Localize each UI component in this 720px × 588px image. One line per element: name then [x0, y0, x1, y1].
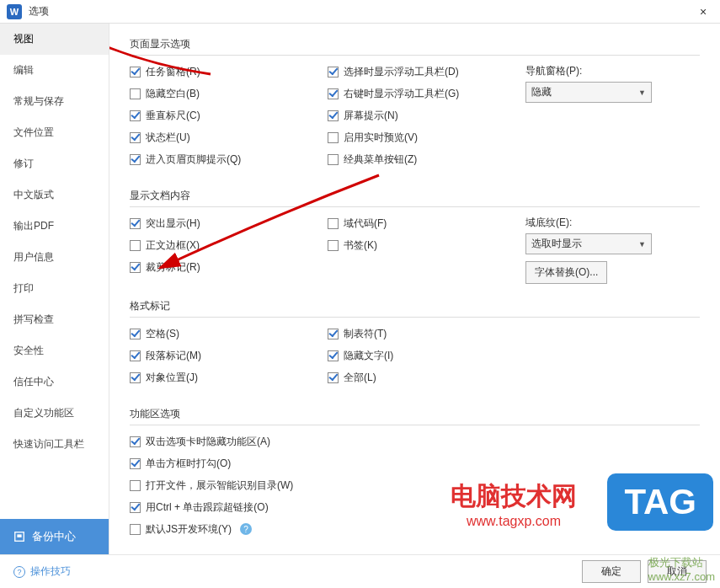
- option-row: 空格(S): [130, 326, 328, 341]
- checkbox[interactable]: [328, 350, 339, 361]
- option-row: 进入页眉页脚提示(Q): [130, 152, 328, 167]
- checkbox-label[interactable]: 正文边框(X): [146, 238, 200, 253]
- checkbox-label[interactable]: 状态栏(U): [146, 131, 190, 145]
- option-row: 单击方框时打勾(O): [130, 456, 700, 471]
- tips-link[interactable]: ? 操作技巧: [13, 564, 71, 579]
- checkbox-label[interactable]: 进入页眉页脚提示(Q): [146, 152, 241, 167]
- checkbox[interactable]: [130, 88, 141, 99]
- checkbox[interactable]: [328, 132, 339, 143]
- option-row: 用Ctrl + 单击跟踪超链接(O): [130, 500, 700, 515]
- checkbox-label[interactable]: 选择时显示浮动工具栏(D): [344, 65, 459, 79]
- checkbox[interactable]: [130, 458, 141, 469]
- sidebar-item[interactable]: 信任中心: [0, 366, 109, 398]
- checkbox-label[interactable]: 启用实时预览(V): [344, 131, 418, 145]
- divider: [130, 206, 700, 207]
- option-row: 启用实时预览(V): [328, 130, 525, 145]
- checkbox-label[interactable]: 垂直标尺(C): [146, 109, 200, 123]
- content-panel: 页面显示选项 任务窗格(R)隐藏空白(B)垂直标尺(C)状态栏(U)进入页眉页脚…: [109, 24, 720, 554]
- checkbox-label[interactable]: 域代码(F): [344, 216, 387, 231]
- checkbox[interactable]: [130, 329, 141, 339]
- checkbox[interactable]: [130, 132, 141, 143]
- checkbox[interactable]: [328, 67, 339, 78]
- checkbox[interactable]: [130, 240, 141, 251]
- ok-button[interactable]: 确定: [582, 560, 641, 583]
- sidebar-item[interactable]: 视图: [0, 24, 109, 55]
- sidebar-item[interactable]: 打印: [0, 273, 109, 304]
- checkbox[interactable]: [328, 329, 339, 339]
- checkbox-label[interactable]: 隐藏文字(I): [344, 349, 393, 363]
- checkbox[interactable]: [328, 110, 339, 121]
- sidebar-item[interactable]: 中文版式: [0, 179, 109, 211]
- checkbox[interactable]: [130, 480, 141, 491]
- lightbulb-icon: ?: [13, 566, 25, 578]
- section-ribbon: 功能区选项 双击选项卡时隐藏功能区(A)单击方框时打勾(O)打开文件，展示智能识…: [130, 407, 700, 537]
- checkbox-label[interactable]: 突出显示(H): [146, 216, 200, 231]
- checkbox-label[interactable]: 单击方框时打勾(O): [146, 457, 231, 471]
- checkbox[interactable]: [130, 110, 141, 121]
- option-row: 正文边框(X): [130, 238, 328, 253]
- checkbox-label[interactable]: 对象位置(J): [146, 371, 198, 385]
- checkbox-label[interactable]: 经典菜单按钮(Z): [344, 152, 417, 167]
- checkbox[interactable]: [130, 154, 141, 165]
- option-row: 制表符(T): [328, 326, 525, 341]
- checkbox-label[interactable]: 屏幕提示(N): [344, 109, 398, 123]
- option-row: 右键时显示浮动工具栏(G): [328, 86, 525, 101]
- field-shading-select[interactable]: 选取时显示 ▼: [525, 233, 652, 254]
- checkbox-label[interactable]: 隐藏空白(B): [146, 87, 200, 101]
- checkbox-label[interactable]: 右键时显示浮动工具栏(G): [344, 87, 459, 101]
- info-icon[interactable]: ?: [240, 523, 252, 535]
- sidebar-item[interactable]: 常规与保存: [0, 86, 109, 117]
- font-substitution-button[interactable]: 字体替换(O)...: [525, 261, 607, 284]
- dialog-title: 选项: [29, 4, 693, 19]
- sidebar-item[interactable]: 修订: [0, 148, 109, 179]
- sidebar-item[interactable]: 安全性: [0, 335, 109, 366]
- option-row: 状态栏(U): [130, 130, 328, 145]
- backup-center-button[interactable]: 备份中心: [0, 519, 109, 554]
- sidebar-item[interactable]: 文件位置: [0, 117, 109, 148]
- divider: [130, 425, 700, 425]
- sidebar-item[interactable]: 编辑: [0, 55, 109, 86]
- checkbox-label[interactable]: 书签(K): [344, 238, 377, 253]
- sidebar-item[interactable]: 自定义功能区: [0, 398, 109, 429]
- close-icon[interactable]: ×: [693, 5, 713, 19]
- checkbox[interactable]: [328, 218, 339, 229]
- checkbox[interactable]: [130, 372, 141, 383]
- checkbox-label[interactable]: 打开文件，展示智能识别目录(W): [146, 478, 293, 493]
- nav-pane-select[interactable]: 隐藏 ▼: [525, 82, 652, 103]
- checkbox[interactable]: [328, 372, 339, 383]
- sidebar-item[interactable]: 快速访问工具栏: [0, 429, 109, 460]
- divider: [130, 317, 700, 318]
- option-row: 选择时显示浮动工具栏(D): [328, 64, 525, 79]
- option-row: 打开文件，展示智能识别目录(W): [130, 478, 700, 493]
- checkbox[interactable]: [130, 436, 141, 447]
- checkbox-label[interactable]: 任务窗格(R): [146, 65, 200, 79]
- checkbox[interactable]: [130, 524, 141, 535]
- field-shading-label: 域底纹(E):: [525, 216, 700, 230]
- checkbox[interactable]: [130, 262, 141, 273]
- checkbox-label[interactable]: 默认JS开发环境(Y): [146, 522, 232, 537]
- checkbox[interactable]: [328, 154, 339, 165]
- sidebar-item[interactable]: 用户信息: [0, 242, 109, 273]
- checkbox-label[interactable]: 段落标记(M): [146, 349, 201, 363]
- sidebar-item[interactable]: 输出PDF: [0, 211, 109, 242]
- sidebar-item[interactable]: 拼写检查: [0, 304, 109, 335]
- checkbox-label[interactable]: 制表符(T): [344, 327, 387, 341]
- cancel-button[interactable]: 取消: [648, 560, 707, 583]
- field-shading-value: 选取时显示: [531, 237, 582, 251]
- option-row: 全部(L): [328, 370, 525, 385]
- dialog-footer: ? 操作技巧 确定 取消 极光下载站www.xz7.com: [0, 554, 720, 588]
- checkbox-label[interactable]: 用Ctrl + 单击跟踪超链接(O): [146, 500, 269, 515]
- checkbox[interactable]: [130, 502, 141, 513]
- checkbox-label[interactable]: 全部(L): [344, 371, 376, 385]
- checkbox[interactable]: [328, 240, 339, 251]
- checkbox-label[interactable]: 双击选项卡时隐藏功能区(A): [146, 435, 270, 449]
- checkbox[interactable]: [130, 67, 141, 78]
- backup-icon: [13, 531, 25, 543]
- checkbox[interactable]: [130, 350, 141, 361]
- checkbox[interactable]: [328, 88, 339, 99]
- option-row: 默认JS开发环境(Y)?: [130, 521, 700, 537]
- checkbox-label[interactable]: 裁剪标记(R): [146, 260, 200, 275]
- checkbox-label[interactable]: 空格(S): [146, 327, 179, 341]
- checkbox[interactable]: [130, 218, 141, 229]
- sidebar: 视图编辑常规与保存文件位置修订中文版式输出PDF用户信息打印拼写检查安全性信任中…: [0, 24, 109, 554]
